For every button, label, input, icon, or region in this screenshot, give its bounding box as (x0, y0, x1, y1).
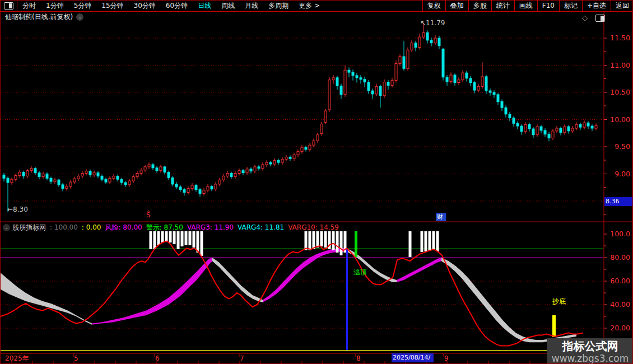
indicator-param-5: VARG3: 11.90 (187, 223, 234, 231)
period-item-8[interactable]: 月线 (240, 1, 263, 11)
high-price-label: ↖11.79 (420, 19, 445, 27)
dividend-marker: Ŝ (146, 211, 151, 219)
indicator-param-6: VARG4: 11.81 (238, 223, 284, 231)
period-item-1[interactable]: 1分钟 (41, 1, 69, 11)
date-axis-label: 5 (74, 354, 78, 362)
indicator-param-3: 风险: 80.00 (105, 223, 142, 232)
indicator-param-0: 股朋指标网 (12, 223, 46, 232)
price-axis-label: 11.00 (607, 62, 630, 69)
stock-title-row: 仙琚制药(日线.前复权) ⌄ (5, 12, 83, 22)
collapse-icon[interactable]: ⌄ (3, 224, 10, 231)
date-axis-label: 9 (444, 354, 449, 362)
finance-marker: 财 (436, 213, 446, 221)
chart-canvas[interactable] (1, 1, 633, 364)
split-screen-icon[interactable] (595, 15, 605, 22)
date-axis-label: 2025年 (5, 354, 29, 362)
action-item-1[interactable]: 叠加 (445, 1, 468, 11)
watermark-title: 指标公式网 (547, 339, 633, 353)
action-item-2[interactable]: 多股 (468, 1, 491, 11)
escape-top-label: 逃顶 (353, 268, 367, 276)
price-axis-label: 9.00 (607, 170, 630, 178)
period-item-4[interactable]: 30分钟 (129, 1, 161, 11)
period-item-2[interactable]: 5分钟 (69, 1, 97, 11)
stock-title: 仙琚制药(日线.前复权) (5, 12, 73, 22)
layout-icon[interactable] (4, 2, 13, 10)
period-item-6[interactable]: 日线 (193, 1, 216, 11)
period-item-0[interactable]: 分时 (17, 1, 41, 11)
period-item-7[interactable]: 周线 (216, 1, 240, 11)
indicator-header: ⌄ 股朋指标网: 100.00: 0.00风险: 80.00警示: 87.50V… (2, 223, 343, 231)
last-price-tag: 8.36 (604, 197, 633, 206)
watermark: 指标公式网 www.zbgs3.com (547, 338, 633, 364)
period-item-10[interactable]: 更多 > (294, 1, 325, 11)
indicator-axis-label: 40.00 (607, 301, 630, 309)
price-axis-label: 11.50 (607, 34, 630, 42)
indicator-param-2: : 0.00 (82, 223, 101, 231)
indicator-axis-label: 100.0 (607, 230, 630, 238)
date-axis-label: 8 (356, 354, 361, 362)
chevron-down-icon[interactable]: ⌄ (76, 13, 83, 21)
top-toolbar: 分时1分钟5分钟15分钟30分钟60分钟日线周线月线多周期更多 > 复权叠加多股… (1, 1, 633, 12)
date-axis-label: 6 (155, 354, 160, 362)
watermark-url: www.zbgs3.com (547, 353, 633, 363)
action-item-3[interactable]: 统计 (491, 1, 514, 11)
action-item-5[interactable]: F10 (537, 1, 559, 11)
price-axis-label: 10.00 (607, 116, 630, 124)
date-tag: 2025/08/14/四 (392, 353, 434, 362)
indicator-axis-label: 60.00 (607, 277, 630, 285)
date-axis-label: 7 (240, 354, 244, 362)
period-menu: 分时1分钟5分钟15分钟30分钟60分钟日线周线月线多周期更多 > (1, 1, 325, 11)
period-item-3[interactable]: 15分钟 (96, 1, 128, 11)
price-axis-label: 10.50 (607, 88, 630, 96)
indicator-param-1: : 100.00 (50, 223, 78, 231)
low-price-label: ←8.30 (7, 206, 28, 213)
indicator-param-7: VARG10: 14.59 (288, 223, 339, 231)
period-item-5[interactable]: 60分钟 (161, 1, 193, 11)
action-item-0[interactable]: 复权 (422, 1, 445, 11)
indicator-param-4: 警示: 87.50 (146, 223, 183, 232)
action-item-7[interactable]: +自选 (582, 1, 611, 11)
indicator-axis-label: 80.00 (607, 254, 630, 262)
indicator-axis-label: 20.00 (607, 324, 630, 332)
action-item-6[interactable]: 标记 (559, 1, 582, 11)
action-item-4[interactable]: 画线 (514, 1, 537, 11)
action-item-8[interactable]: 返回 (611, 1, 633, 11)
action-menu: 复权叠加多股统计画线F10标记+自选返回 (422, 1, 633, 11)
diamond-icon[interactable]: ◇ (582, 13, 588, 22)
bottom-fishing-label: 抄底 (552, 297, 566, 305)
period-item-9[interactable]: 多周期 (263, 1, 294, 11)
price-axis-label: 9.50 (607, 143, 630, 151)
app-window: 分时1分钟5分钟15分钟30分钟60分钟日线周线月线多周期更多 > 复权叠加多股… (0, 0, 633, 364)
